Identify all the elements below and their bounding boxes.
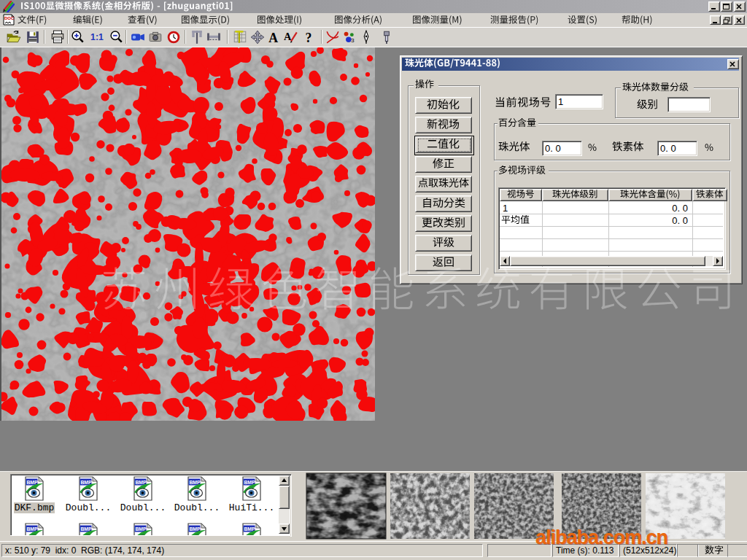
svg-text:BMP: BMP bbox=[26, 480, 38, 485]
svg-text:1:1: 1:1 bbox=[90, 32, 104, 42]
svg-text:BMP: BMP bbox=[80, 526, 92, 532]
svg-text:DOC: DOC bbox=[4, 16, 15, 20]
svg-text:BMP: BMP bbox=[189, 480, 201, 485]
svg-text:BMP: BMP bbox=[189, 526, 201, 532]
svg-text:BMP: BMP bbox=[80, 480, 92, 485]
svg-text:?: ? bbox=[305, 31, 311, 44]
svg-text:BMP: BMP bbox=[135, 480, 147, 485]
svg-text:BMP: BMP bbox=[26, 526, 38, 532]
svg-text:A: A bbox=[268, 31, 278, 44]
svg-text:3: 3 bbox=[351, 37, 354, 44]
svg-text:BMP: BMP bbox=[135, 526, 147, 532]
svg-text:BMP: BMP bbox=[244, 480, 255, 485]
svg-text:BMP: BMP bbox=[244, 526, 255, 532]
